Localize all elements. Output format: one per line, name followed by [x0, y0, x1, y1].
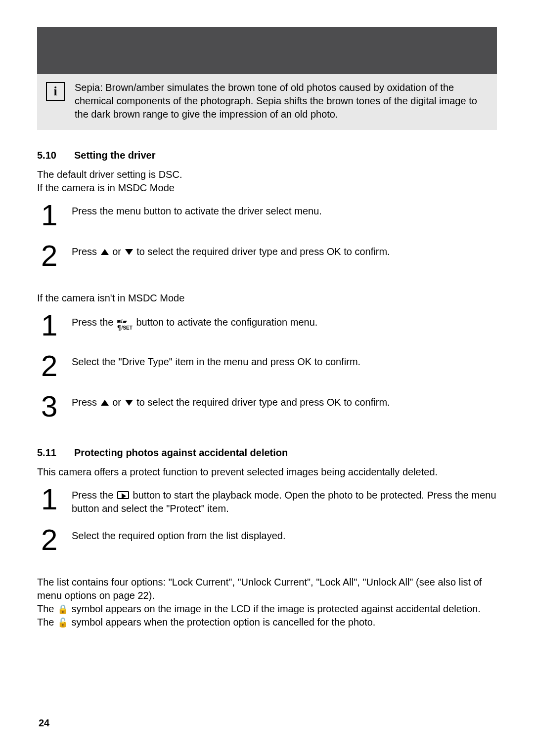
- section-heading-511: 5.11 Protecting photos against accidenta…: [37, 447, 497, 459]
- step-510-msdc-2: 2 Press or to select the required driver…: [37, 241, 497, 277]
- step-number: 2: [37, 525, 57, 555]
- step-text: Press the menu button to activate the dr…: [72, 201, 497, 218]
- section-510-not-msdc-intro: If the camera isn't in MSDC Mode: [37, 292, 497, 305]
- up-arrow-icon: [101, 400, 109, 406]
- unlock-icon: 🔓: [57, 618, 68, 627]
- lock-icon: 🔒: [57, 605, 68, 614]
- step-511-1: 1 Press the button to start the playback…: [37, 485, 497, 520]
- section-title: Protecting photos against accidental del…: [74, 447, 288, 459]
- step-number: 1: [37, 201, 57, 230]
- step-text: Select the required option from the list…: [72, 525, 497, 543]
- info-text: Sepia: Brown/amber simulates the brown t…: [75, 79, 488, 121]
- manual-page: i Sepia: Brown/amber simulates the brown…: [0, 0, 534, 756]
- section-number: 5.10: [37, 150, 56, 161]
- step-number: 2: [37, 351, 57, 381]
- info-callout: i Sepia: Brown/amber simulates the brown…: [37, 74, 497, 130]
- section-510-intro: The default driver setting is DSC. If th…: [37, 168, 497, 195]
- set-button-icon: ◙/▰¶/SET: [116, 315, 134, 332]
- step-number: 2: [37, 241, 57, 271]
- section-title: Setting the driver: [74, 150, 155, 161]
- down-arrow-icon: [125, 249, 133, 255]
- step-510-nm-2: 2 Select the "Drive Type" item in the me…: [37, 351, 497, 387]
- step-510-nm-1: 1 Press the ◙/▰¶/SET button to activate …: [37, 311, 497, 346]
- section-heading-510: 5.10 Setting the driver: [37, 150, 497, 161]
- step-text: Press the ◙/▰¶/SET button to activate th…: [72, 311, 497, 332]
- step-number: 1: [37, 311, 57, 340]
- step-number: 3: [37, 392, 57, 421]
- info-icon: i: [46, 82, 65, 101]
- section-511-intro: This camera offers a protect function to…: [37, 465, 497, 479]
- step-510-msdc-1: 1 Press the menu button to activate the …: [37, 201, 497, 236]
- step-text: Press the button to start the playback m…: [72, 485, 497, 515]
- down-arrow-icon: [125, 400, 133, 406]
- playback-icon: [117, 491, 129, 499]
- step-511-2: 2 Select the required option from the li…: [37, 525, 497, 561]
- section-511-footer: The list contains four options: "Lock Cu…: [37, 576, 497, 629]
- section-number: 5.11: [37, 447, 56, 459]
- step-number: 1: [37, 485, 57, 514]
- step-510-nm-3: 3 Press or to select the required driver…: [37, 392, 497, 427]
- step-text: Press or to select the required driver t…: [72, 392, 497, 409]
- page-number: 24: [39, 717, 49, 729]
- header-bar: [37, 27, 497, 74]
- step-text: Press or to select the required driver t…: [72, 241, 497, 258]
- up-arrow-icon: [101, 249, 109, 255]
- step-text: Select the "Drive Type" item in the menu…: [72, 351, 497, 369]
